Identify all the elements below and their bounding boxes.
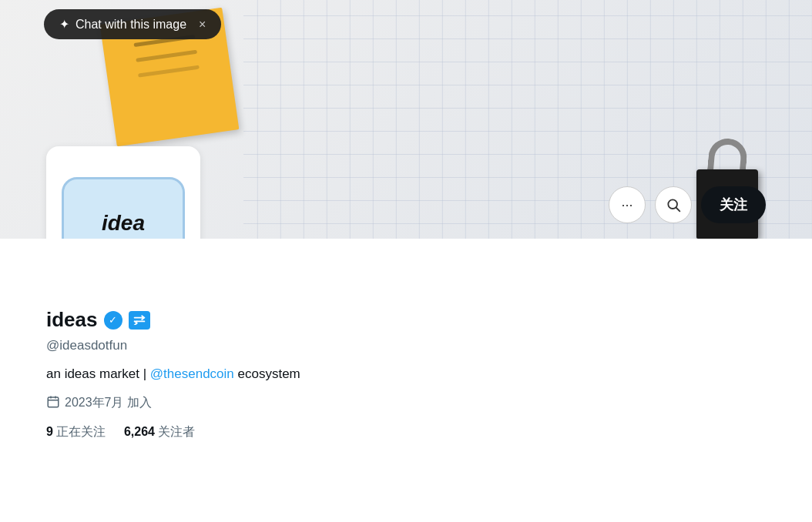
more-options-button[interactable]: ···	[609, 186, 646, 223]
following-stat[interactable]: 9 正在关注	[46, 424, 106, 440]
profile-join-date: 2023年7月 加入	[46, 395, 766, 412]
chat-tooltip[interactable]: ✦ Chat with this image ×	[44, 9, 221, 39]
following-count: 9	[46, 425, 53, 439]
followers-label: 关注者	[158, 424, 195, 440]
idea-bubble: idea	[62, 177, 185, 239]
idea-bubble-text: idea	[102, 211, 145, 236]
close-icon[interactable]: ×	[199, 18, 206, 32]
verified-icon: ✓	[109, 314, 117, 326]
profile-name-row: ideas ✓	[46, 308, 766, 332]
affiliate-icon	[133, 314, 146, 326]
page-container: ✦ Chat with this image × idea ··· 关注	[0, 0, 812, 522]
profile-stats: 9 正在关注 6,264 关注者	[46, 424, 766, 440]
follow-button[interactable]: 关注	[701, 186, 766, 223]
bio-link[interactable]: @thesendcoin	[150, 366, 234, 381]
join-date-text: 2023年7月 加入	[65, 395, 152, 411]
bio-text: an ideas market |	[46, 366, 150, 381]
followers-stat[interactable]: 6,264 关注者	[124, 424, 195, 440]
svg-line-1	[676, 208, 680, 212]
profile-bio: an ideas market | @thesendcoin ecosystem	[46, 364, 766, 384]
chat-tooltip-label: Chat with this image	[75, 18, 186, 32]
search-icon	[666, 197, 681, 212]
sparkle-icon: ✦	[59, 17, 69, 32]
calendar-icon	[46, 395, 60, 412]
bio-suffix: ecosystem	[234, 366, 300, 381]
followers-count: 6,264	[124, 425, 155, 439]
verified-badge: ✓	[104, 311, 122, 330]
profile-banner: ✦ Chat with this image × idea ··· 关注	[0, 0, 812, 239]
profile-name: ideas	[46, 308, 98, 332]
following-label: 正在关注	[56, 424, 106, 440]
affiliate-badge	[129, 311, 150, 330]
profile-info: ideas ✓ @ideasdotfun an ideas market | @…	[0, 239, 812, 522]
action-buttons: ··· 关注	[609, 186, 766, 223]
calendar-svg	[46, 395, 60, 409]
profile-handle: @ideasdotfun	[46, 338, 766, 353]
arrows-icon	[133, 314, 146, 325]
svg-rect-2	[48, 397, 59, 407]
profile-avatar: idea	[46, 146, 200, 239]
search-button[interactable]	[655, 186, 692, 223]
